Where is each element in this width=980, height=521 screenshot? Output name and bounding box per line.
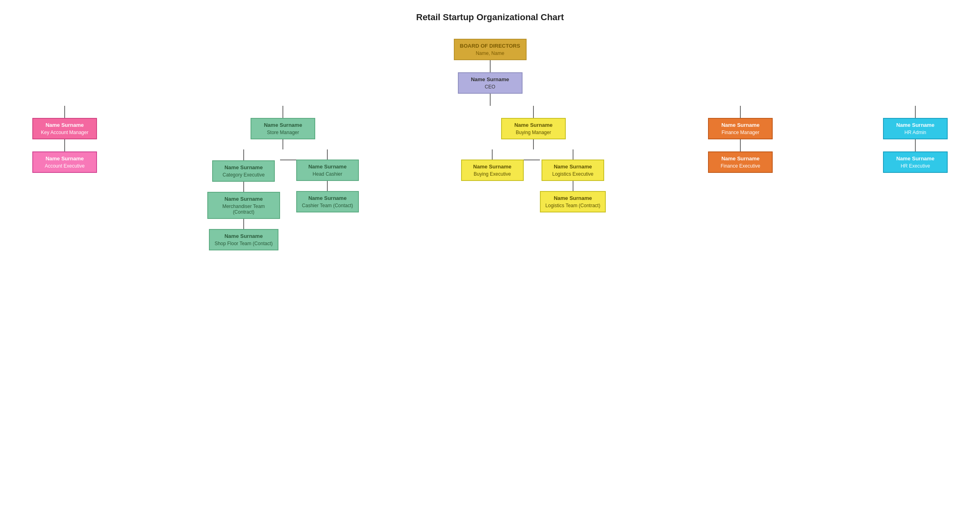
board-node: BOARD OF DIRECTORS Name, Name	[454, 39, 527, 60]
store-children-wrapper: Name Surname Category Executive Name Sur…	[207, 149, 359, 250]
cashier-team-node: Name Surname Cashier Team (Contact)	[296, 191, 359, 212]
vl-logistics-exec	[573, 149, 573, 160]
finance-exec-node: Name Surname Finance Executive	[708, 151, 773, 173]
ceo-role: CEO	[485, 84, 495, 90]
ceo-node: Name Surname CEO	[458, 72, 523, 94]
org-chart: BOARD OF DIRECTORS Name, Name Name Surna…	[8, 39, 972, 250]
logistics-team-node: Name Surname Logistics Team (Contract)	[540, 191, 606, 212]
kam-branch: Name Surname Key Account Manager Name Su…	[32, 106, 97, 173]
vl-logistics-team	[573, 181, 573, 191]
hr-admin-node: Name Surname HR Admin	[883, 118, 948, 139]
merchandiser-node: Name Surname Merchandiser Team (Contract…	[207, 192, 280, 219]
hr-exec-node: Name Surname HR Executive	[883, 151, 948, 173]
vl-kam-bottom	[64, 139, 65, 151]
kam-node: Name Surname Key Account Manager	[32, 118, 97, 139]
vl-cashier-team	[327, 181, 328, 191]
head-cashier-node: Name Surname Head Cashier	[296, 160, 359, 181]
acct-exec-role: Account Executive	[45, 163, 85, 169]
level2-connector: Name Surname Key Account Manager Name Su…	[8, 106, 972, 250]
buying-manager-node: Name Surname Buying Manager	[501, 118, 566, 139]
board-name: BOARD OF DIRECTORS	[460, 43, 520, 49]
finance-branch: Name Surname Finance Manager Name Surnam…	[708, 106, 773, 173]
board-role: Name, Name	[476, 50, 504, 56]
v-line-board-ceo	[490, 60, 491, 72]
ceo-name: Name Surname	[471, 76, 509, 82]
vl-store-top	[282, 106, 283, 118]
logistics-exec-col: Name Surname Logistics Executive Name Su…	[540, 149, 606, 212]
store-h-row: Name Surname Category Executive Name Sur…	[207, 149, 359, 250]
vl-store-mid	[282, 139, 283, 149]
store-mgr-role: Store Manager	[267, 130, 299, 135]
finance-manager-node: Name Surname Finance Manager	[708, 118, 773, 139]
v-line-ceo-level2	[490, 94, 491, 106]
buying-children-row: Name Surname Buying Executive Name Surna…	[461, 149, 606, 212]
vl-buying-mid	[533, 139, 534, 149]
kam-name: Name Surname	[46, 122, 84, 128]
vl-finance-top	[740, 106, 741, 118]
board-container: BOARD OF DIRECTORS Name, Name	[454, 39, 527, 72]
vl-kam-top	[64, 106, 65, 118]
store-mgr-name: Name Surname	[264, 122, 302, 128]
h-buying-mid	[524, 160, 540, 160]
acct-exec-name: Name Surname	[46, 155, 84, 162]
ceo-container: Name Surname CEO	[458, 72, 523, 106]
store-branch: Name Surname Store Manager Name	[207, 106, 359, 250]
buying-branch: Name Surname Buying Manager Name Surname…	[461, 106, 606, 212]
vl-cashier	[327, 149, 328, 160]
vl-cat	[243, 150, 244, 160]
vl-merch	[243, 182, 244, 192]
vl-finance-mid	[740, 139, 741, 151]
vl-shop	[243, 219, 244, 229]
h-store-mid	[280, 160, 296, 160]
page-title: Retail Startup Organizational Chart	[8, 12, 972, 23]
vl-hr-top	[915, 106, 916, 118]
vl-buying-exec	[492, 149, 493, 160]
hr-branch: Name Surname HR Admin Name Surname HR Ex…	[883, 106, 948, 173]
cat-exec-col: Name Surname Category Executive Name Sur…	[207, 149, 280, 250]
buying-exec-col: Name Surname Buying Executive	[461, 149, 524, 181]
shop-floor-node: Name Surname Shop Floor Team (Contact)	[209, 229, 278, 250]
cat-children: Name Surname Category Executive Name Sur…	[207, 150, 280, 250]
kam-role: Key Account Manager	[41, 130, 88, 135]
store-manager-node: Name Surname Store Manager	[251, 118, 315, 139]
cat-exec-sub: Name Surname Category Executive Name Sur…	[207, 150, 280, 250]
account-exec-node: Name Surname Account Executive	[32, 151, 97, 173]
buying-exec-node: Name Surname Buying Executive	[461, 160, 524, 181]
logistics-exec-node: Name Surname Logistics Executive	[542, 160, 604, 181]
category-exec-node: Name Surname Category Executive	[212, 160, 275, 182]
cashier-col: Name Surname Head Cashier Name Surname C…	[296, 149, 359, 212]
vl-buying-top	[533, 106, 534, 118]
vl-hr-mid	[915, 139, 916, 151]
